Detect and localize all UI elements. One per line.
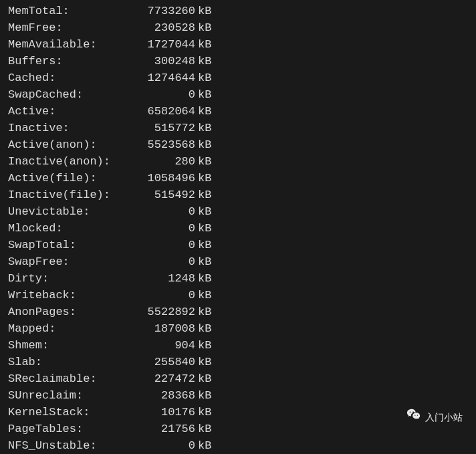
meminfo-row: Active(anon):5523568kB xyxy=(8,136,468,153)
meminfo-unit: kB xyxy=(195,220,211,237)
meminfo-row: MemAvailable:1727044kB xyxy=(8,36,468,53)
meminfo-unit: kB xyxy=(195,136,211,153)
meminfo-value: 28368 xyxy=(135,387,195,404)
meminfo-row: Mlocked:0kB xyxy=(8,220,468,237)
meminfo-value: 0 xyxy=(135,86,195,103)
meminfo-unit: kB xyxy=(195,320,211,337)
meminfo-unit: kB xyxy=(195,354,211,370)
meminfo-unit: kB xyxy=(195,103,211,120)
meminfo-row: SwapCached:0kB xyxy=(8,86,468,103)
meminfo-value: 0 xyxy=(135,237,195,253)
meminfo-label: KernelStack: xyxy=(8,404,135,421)
meminfo-unit: kB xyxy=(195,3,211,19)
meminfo-unit: kB xyxy=(195,153,211,170)
meminfo-unit: kB xyxy=(195,187,211,203)
meminfo-unit: kB xyxy=(195,270,211,287)
meminfo-unit: kB xyxy=(195,70,211,86)
meminfo-label: Cached: xyxy=(8,70,135,86)
meminfo-unit: kB xyxy=(195,19,211,36)
meminfo-value: 227472 xyxy=(135,370,195,387)
meminfo-label: Active(anon): xyxy=(8,136,135,153)
meminfo-unit: kB xyxy=(195,437,211,454)
watermark-text: 入门小站 xyxy=(425,409,463,426)
meminfo-label: MemFree: xyxy=(8,19,135,36)
meminfo-row: Cached:1274644kB xyxy=(8,70,468,86)
meminfo-label: MemAvailable: xyxy=(8,36,135,53)
meminfo-label: SReclaimable: xyxy=(8,370,135,387)
meminfo-unit: kB xyxy=(195,404,211,421)
meminfo-label: SwapFree: xyxy=(8,253,135,270)
meminfo-value: 515772 xyxy=(135,120,195,136)
meminfo-value: 0 xyxy=(135,253,195,270)
meminfo-row: Slab:255840kB xyxy=(8,354,468,370)
meminfo-value: 255840 xyxy=(135,354,195,370)
meminfo-value: 1274644 xyxy=(135,70,195,86)
meminfo-value: 0 xyxy=(135,287,195,304)
meminfo-value: 300248 xyxy=(135,53,195,70)
meminfo-label: Active: xyxy=(8,103,135,120)
meminfo-label: PageTables: xyxy=(8,421,135,437)
meminfo-value: 10176 xyxy=(135,404,195,421)
meminfo-row: SwapFree:0kB xyxy=(8,253,468,270)
meminfo-row: Writeback:0kB xyxy=(8,287,468,304)
meminfo-label: Mlocked: xyxy=(8,220,135,237)
meminfo-value: 1248 xyxy=(135,270,195,287)
meminfo-value: 904 xyxy=(135,337,195,354)
meminfo-value: 7733260 xyxy=(135,3,195,19)
meminfo-label: SUnreclaim: xyxy=(8,387,135,404)
meminfo-value: 1727044 xyxy=(135,36,195,53)
meminfo-label: Inactive(anon): xyxy=(8,153,135,170)
meminfo-label: Inactive: xyxy=(8,120,135,136)
meminfo-row: PageTables:21756kB xyxy=(8,421,468,437)
meminfo-label: SwapCached: xyxy=(8,86,135,103)
meminfo-label: Writeback: xyxy=(8,287,135,304)
meminfo-row: Buffers:300248kB xyxy=(8,53,468,70)
meminfo-label: Active(file): xyxy=(8,170,135,187)
meminfo-label: Buffers: xyxy=(8,53,135,70)
meminfo-row: MemTotal:7733260kB xyxy=(8,3,468,19)
meminfo-label: SwapTotal: xyxy=(8,237,135,253)
meminfo-row: NFS_Unstable:0kB xyxy=(8,437,468,454)
meminfo-row: Inactive:515772kB xyxy=(8,120,468,136)
meminfo-row: Dirty:1248kB xyxy=(8,270,468,287)
meminfo-row: MemFree:230528kB xyxy=(8,19,468,36)
meminfo-row: Inactive(file):515492kB xyxy=(8,187,468,203)
meminfo-row: Active(file):1058496kB xyxy=(8,170,468,187)
meminfo-value: 230528 xyxy=(135,19,195,36)
meminfo-value: 280 xyxy=(135,153,195,170)
meminfo-unit: kB xyxy=(195,304,211,320)
meminfo-label: AnonPages: xyxy=(8,304,135,320)
meminfo-label: Inactive(file): xyxy=(8,187,135,203)
meminfo-unit: kB xyxy=(195,170,211,187)
meminfo-value: 21756 xyxy=(135,421,195,437)
meminfo-value: 0 xyxy=(135,203,195,220)
watermark: 入门小站 xyxy=(406,407,463,427)
meminfo-value: 0 xyxy=(135,220,195,237)
meminfo-unit: kB xyxy=(195,237,211,253)
meminfo-row: Inactive(anon):280kB xyxy=(8,153,468,170)
meminfo-value: 5522892 xyxy=(135,304,195,320)
meminfo-value: 6582064 xyxy=(135,103,195,120)
meminfo-row: SwapTotal:0kB xyxy=(8,237,468,253)
meminfo-unit: kB xyxy=(195,203,211,220)
meminfo-row: Active:6582064kB xyxy=(8,103,468,120)
meminfo-label: Mapped: xyxy=(8,320,135,337)
meminfo-unit: kB xyxy=(195,53,211,70)
meminfo-unit: kB xyxy=(195,387,211,404)
meminfo-unit: kB xyxy=(195,36,211,53)
meminfo-unit: kB xyxy=(195,287,211,304)
meminfo-label: NFS_Unstable: xyxy=(8,437,135,454)
meminfo-value: 515492 xyxy=(135,187,195,203)
meminfo-value: 0 xyxy=(135,437,195,454)
meminfo-value: 5523568 xyxy=(135,136,195,153)
meminfo-value: 1058496 xyxy=(135,170,195,187)
meminfo-label: Shmem: xyxy=(8,337,135,354)
meminfo-row: Shmem:904kB xyxy=(8,337,468,354)
meminfo-row: KernelStack:10176kB xyxy=(8,404,468,421)
meminfo-row: SReclaimable:227472kB xyxy=(8,370,468,387)
meminfo-label: Unevictable: xyxy=(8,203,135,220)
meminfo-unit: kB xyxy=(195,86,211,103)
meminfo-unit: kB xyxy=(195,337,211,354)
meminfo-value: 187008 xyxy=(135,320,195,337)
meminfo-unit: kB xyxy=(195,253,211,270)
